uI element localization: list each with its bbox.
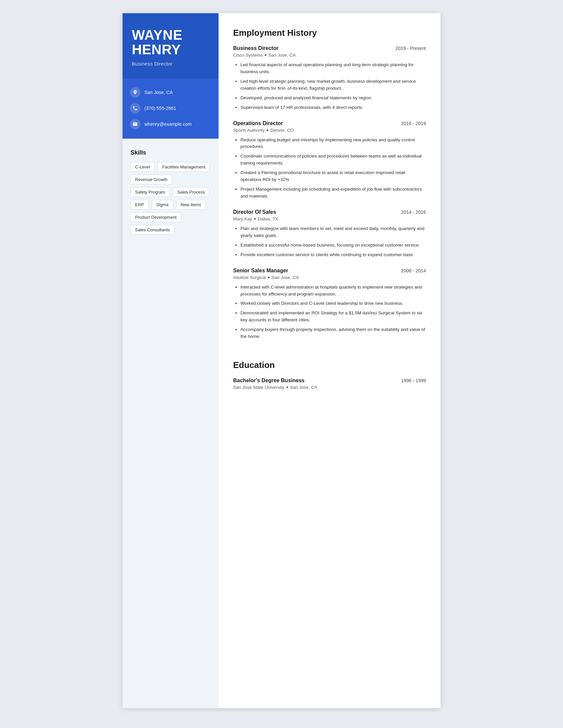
skill-tag: Safety Program xyxy=(130,187,169,197)
job-bullet: Project Management including job schedul… xyxy=(240,186,426,200)
job-title: Business Director xyxy=(233,45,278,51)
separator-dot xyxy=(268,277,269,278)
sidebar: WAYNE HENRY Business Director San Jose, … xyxy=(122,13,218,708)
candidate-title: Business Director xyxy=(132,61,209,67)
job-bullet: Accompany buyers through property inspec… xyxy=(240,326,426,340)
employment-heading: Employment History xyxy=(233,28,426,38)
job-dates: 2019 - Present xyxy=(396,46,426,51)
main-content: Employment History Business Director2019… xyxy=(218,13,441,708)
skill-tag: Facilities Management xyxy=(158,162,210,172)
location-icon xyxy=(130,87,140,98)
resume-container: WAYNE HENRY Business Director San Jose, … xyxy=(122,13,441,708)
skill-tag: Sales Consultants xyxy=(130,225,174,235)
job-bullet: Coordinate communications of policies an… xyxy=(240,153,426,167)
job-bullet: Demonstrated and implemented an ROI Stra… xyxy=(240,310,426,324)
skills-tags-container: C-LevelFacilities ManagementRevenue Grow… xyxy=(130,162,211,235)
edu-school: San Jose State University xyxy=(233,385,285,390)
edu-location: San Jose, CA xyxy=(290,385,318,390)
education-heading: Education xyxy=(233,352,426,370)
skills-section: Skills C-LevelFacilities ManagementReven… xyxy=(122,139,218,708)
education-container: Bachelor's Degree Business1996 - 1999San… xyxy=(233,378,426,390)
contact-email: whenry@example.com xyxy=(130,119,209,129)
job-header: Business Director2019 - Present xyxy=(233,45,426,51)
job-header: Operations Director2016 - 2019 xyxy=(233,120,426,126)
job-bullet: Developed, produced and analyzed financi… xyxy=(240,95,426,102)
phone-icon xyxy=(130,103,140,114)
job-dates: 2016 - 2019 xyxy=(401,121,426,126)
job-bullet: Reduce operating budget and misships by … xyxy=(240,137,426,151)
job-location: Dallas, TX xyxy=(258,216,278,221)
job-bullet: Supervised team of 17 HR professionals, … xyxy=(240,104,426,111)
job-dates: 2006 - 2014 xyxy=(401,268,426,273)
separator-dot xyxy=(287,387,288,388)
job-company: Sports Authority xyxy=(233,128,264,133)
job-bullet: Worked closely with Directors and C-Leve… xyxy=(240,300,426,307)
edu-block: Bachelor's Degree Business1996 - 1999San… xyxy=(233,378,426,390)
job-bullet: Created a Fleming promotional brochure t… xyxy=(240,169,426,183)
separator-dot xyxy=(264,54,266,56)
edu-dates: 1996 - 1999 xyxy=(401,378,426,383)
email-icon xyxy=(130,119,140,129)
job-location: San Jose, CA xyxy=(268,53,296,58)
job-meta: Sports AuthorityDenver, CO xyxy=(233,128,426,133)
skill-tag: Sales Process xyxy=(172,187,209,197)
job-block: Senior Sales Manager2006 - 2014Intuitive… xyxy=(233,268,426,340)
job-bullets-list: Plan and strategize with team members to… xyxy=(233,225,426,258)
job-location: San Jose, CA xyxy=(271,275,299,280)
separator-dot xyxy=(254,218,256,220)
skills-heading: Skills xyxy=(130,149,211,156)
skill-tag: C-Level xyxy=(130,162,155,172)
contact-section: San Jose, CA (370) 555-2661 whenry@examp… xyxy=(122,78,218,139)
job-block: Business Director2019 - PresentCisco Sys… xyxy=(233,45,426,111)
jobs-container: Business Director2019 - PresentCisco Sys… xyxy=(233,45,426,340)
job-title: Senior Sales Manager xyxy=(233,268,288,274)
edu-degree: Bachelor's Degree Business xyxy=(233,378,305,384)
contact-location: San Jose, CA xyxy=(130,87,209,98)
job-block: Operations Director2016 - 2019Sports Aut… xyxy=(233,120,426,200)
phone-text: (370) 555-2661 xyxy=(144,106,176,111)
job-company: Mary Kay xyxy=(233,216,252,221)
skill-tag: Revenue Growth xyxy=(130,175,172,184)
job-bullets-list: Reduce operating budget and misships by … xyxy=(233,137,426,200)
job-bullet: Interacted with C-level administration a… xyxy=(240,284,426,298)
job-bullets-list: Interacted with C-level administration a… xyxy=(233,284,426,340)
job-meta: Intuitive SurgicalSan Jose, CA xyxy=(233,275,426,280)
name-line1: WAYNE xyxy=(132,27,182,43)
email-text: whenry@example.com xyxy=(144,121,192,127)
job-bullet: Led high-level strategic planning, new m… xyxy=(240,78,426,92)
skill-tag: Product Development xyxy=(130,212,181,222)
edu-meta: San Jose State UniversitySan Jose, CA xyxy=(233,385,426,390)
job-company: Intuitive Surgical xyxy=(233,275,266,280)
location-text: San Jose, CA xyxy=(144,90,173,95)
job-dates: 2014 - 2016 xyxy=(401,209,426,215)
job-bullets-list: Led financial aspects of annual operatio… xyxy=(233,62,426,111)
sidebar-header: WAYNE HENRY Business Director xyxy=(122,13,218,78)
name-line2: HENRY xyxy=(132,42,181,57)
job-meta: Cisco SystemsSan Jose, CA xyxy=(233,53,426,58)
job-bullet: Led financial aspects of annual operatio… xyxy=(240,62,426,75)
job-header: Senior Sales Manager2006 - 2014 xyxy=(233,268,426,274)
skill-tag: New Items xyxy=(176,200,206,209)
job-header: Director Of Sales2014 - 2016 xyxy=(233,209,426,215)
job-company: Cisco Systems xyxy=(233,53,262,58)
job-title: Director Of Sales xyxy=(233,209,276,215)
job-bullet: Plan and strategize with team members to… xyxy=(240,225,426,239)
edu-header: Bachelor's Degree Business1996 - 1999 xyxy=(233,378,426,384)
job-meta: Mary KayDallas, TX xyxy=(233,216,426,221)
job-bullet: Established a successful home-based busi… xyxy=(240,242,426,249)
candidate-name: WAYNE HENRY xyxy=(132,28,209,57)
contact-phone: (370) 555-2661 xyxy=(130,103,209,114)
job-title: Operations Director xyxy=(233,120,283,126)
job-bullet: Provide excellent customer service to cl… xyxy=(240,251,426,258)
skill-tag: Sigma xyxy=(152,200,173,209)
separator-dot xyxy=(266,129,268,131)
job-block: Director Of Sales2014 - 2016Mary KayDall… xyxy=(233,209,426,258)
skill-tag: ERP xyxy=(130,200,149,209)
job-location: Denver, CO xyxy=(270,128,294,133)
